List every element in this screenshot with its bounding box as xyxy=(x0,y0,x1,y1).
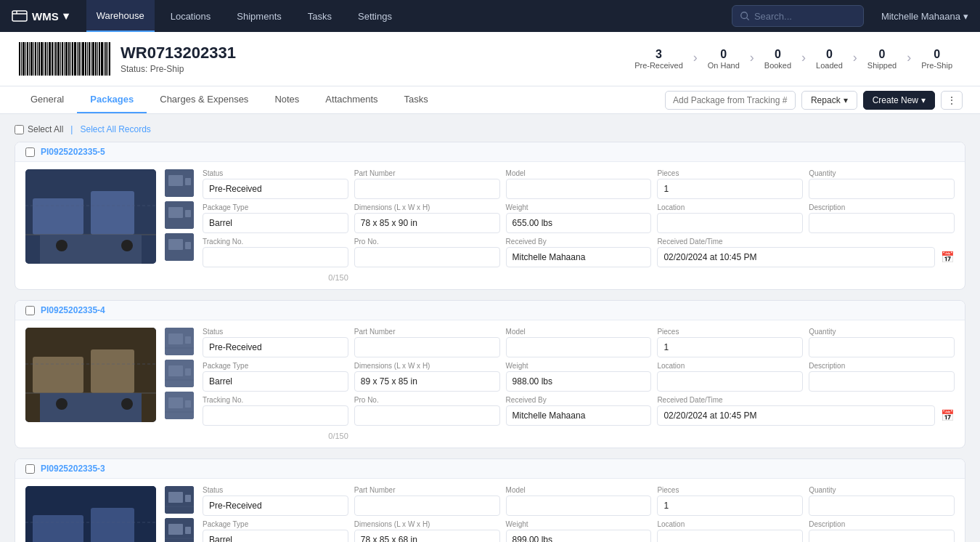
package-thumb-3[interactable] xyxy=(165,233,194,261)
create-new-button[interactable]: Create New ▾ xyxy=(863,91,935,110)
nav-link-warehouse[interactable]: Warehouse xyxy=(86,0,155,32)
svg-rect-33 xyxy=(81,42,81,76)
svg-rect-40 xyxy=(95,42,97,76)
field-part-number: Part Number xyxy=(354,486,500,516)
package-card: PI0925202335-5 xyxy=(15,142,965,290)
package-thumbnails xyxy=(165,328,194,419)
nav-link-shipments[interactable]: Shipments xyxy=(226,0,291,32)
field-package-type: Package Type Barrel xyxy=(203,362,348,392)
field-weight: Weight 899.00 lbs xyxy=(506,520,652,542)
svg-rect-27 xyxy=(68,42,70,76)
package-thumb-1[interactable] xyxy=(165,169,194,197)
svg-rect-13 xyxy=(38,42,40,76)
svg-rect-85 xyxy=(168,397,183,408)
field-description: Description xyxy=(809,203,955,233)
wr-info: WR0713202331 Status: Pre-Ship xyxy=(121,44,236,74)
svg-rect-81 xyxy=(168,365,183,376)
field-quantity: Quantity xyxy=(809,169,955,199)
package-thumb-1[interactable] xyxy=(165,328,194,355)
field-dimensions: Dimensions (L x W x H) 78 x 85 x 90 in xyxy=(354,203,500,233)
svg-rect-90 xyxy=(91,508,134,542)
pipeline-step-preship: 0 Pre-Ship xyxy=(911,48,963,70)
calendar-icon[interactable]: 📅 xyxy=(941,409,955,422)
svg-rect-11 xyxy=(35,42,36,76)
svg-rect-26 xyxy=(65,42,68,76)
pipeline-step-shipped: 0 Shipped xyxy=(857,48,907,70)
tab-tasks[interactable]: Tasks xyxy=(391,86,441,113)
svg-rect-36 xyxy=(87,42,88,76)
svg-rect-21 xyxy=(55,42,57,76)
wr-number: WR0713202331 xyxy=(121,44,236,62)
package-checkbox[interactable] xyxy=(25,147,35,157)
svg-rect-37 xyxy=(89,42,90,76)
package-fields: Status Pre-Received Part Number Model Pi… xyxy=(203,169,955,282)
tab-packages[interactable]: Packages xyxy=(77,86,147,113)
repack-caret-icon: ▾ xyxy=(844,95,848,105)
package-checkbox[interactable] xyxy=(25,464,35,474)
add-package-input[interactable] xyxy=(665,91,796,110)
repack-button[interactable]: Repack ▾ xyxy=(801,91,857,110)
svg-rect-86 xyxy=(185,400,191,408)
tab-notes[interactable]: Notes xyxy=(261,86,312,113)
field-pieces: Pieces 1 xyxy=(657,328,803,357)
nav-link-settings[interactable]: Settings xyxy=(348,0,402,32)
package-thumb-2[interactable] xyxy=(165,201,194,229)
package-card: PI0925202335-4 xyxy=(15,300,965,448)
package-checkbox[interactable] xyxy=(25,306,35,315)
field-status: Status Pre-Received xyxy=(203,328,348,357)
package-fields: Status Pre-Received Part Number Model Pi… xyxy=(203,328,955,440)
page-header: WR0713202331 Status: Pre-Ship 3 Pre-Rece… xyxy=(0,32,980,86)
field-status: Status Pre-Received xyxy=(203,169,348,199)
tab-attachments[interactable]: Attachments xyxy=(312,86,391,113)
field-description: Description xyxy=(809,362,955,392)
preship-label: Pre-Ship xyxy=(921,61,952,70)
package-id: PI0925202335-3 xyxy=(41,464,105,474)
package-thumb-2[interactable] xyxy=(165,360,194,387)
svg-rect-35 xyxy=(85,42,86,76)
pipeline-step-booked: 0 Booked xyxy=(754,48,801,70)
status-pipeline: 3 Pre-Received › 0 On Hand › 0 Booked › … xyxy=(624,48,963,70)
svg-rect-38 xyxy=(91,42,91,76)
booked-label: Booked xyxy=(764,61,791,70)
svg-rect-34 xyxy=(82,42,84,76)
tab-charges[interactable]: Charges & Expenses xyxy=(147,86,261,113)
more-options-button[interactable]: ⋮ xyxy=(941,91,963,110)
char-count: 0/150 xyxy=(203,272,348,282)
select-all-records-link[interactable]: Select All Records xyxy=(80,124,150,134)
svg-rect-19 xyxy=(52,42,53,76)
package-id: PI0925202335-4 xyxy=(41,305,105,315)
tab-general[interactable]: General xyxy=(17,86,77,113)
calendar-icon[interactable]: 📅 xyxy=(941,251,955,264)
select-bar: Select All | Select All Records xyxy=(15,124,965,134)
nav-link-locations[interactable]: Locations xyxy=(160,0,221,32)
select-all-checkbox-label[interactable]: Select All xyxy=(15,124,63,134)
barcode-area: WR0713202331 Status: Pre-Ship xyxy=(17,41,236,77)
pipeline-step-prereceived: 3 Pre-Received xyxy=(624,48,693,70)
package-card-body: Status Pre-Received Part Number Model Pi… xyxy=(15,162,965,289)
svg-rect-32 xyxy=(78,42,80,76)
nav-search[interactable] xyxy=(732,5,864,27)
svg-rect-4 xyxy=(21,42,22,76)
search-input[interactable] xyxy=(754,11,856,22)
svg-rect-18 xyxy=(49,42,51,76)
package-thumb-2[interactable] xyxy=(165,518,194,542)
nav-link-tasks[interactable]: Tasks xyxy=(298,0,342,32)
nav-logo[interactable]: WMS ▾ xyxy=(12,8,69,24)
package-card-body: Status Pre-Received Part Number Model Pi… xyxy=(15,320,965,448)
svg-rect-78 xyxy=(185,336,191,344)
nav-user[interactable]: Mitchelle Mahaana ▾ xyxy=(881,11,968,22)
tabs-bar: General Packages Charges & Expenses Note… xyxy=(0,86,980,114)
svg-rect-5 xyxy=(23,42,25,76)
package-card-header: PI0925202335-4 xyxy=(15,301,965,320)
field-weight: Weight 988.00 lbs xyxy=(506,362,652,392)
svg-rect-58 xyxy=(185,178,191,185)
select-all-checkbox[interactable] xyxy=(15,125,24,134)
package-thumb-3[interactable] xyxy=(165,392,194,419)
field-received-date: Received Date/Time 02/20/2024 at 10:45 P… xyxy=(657,396,955,426)
field-model: Model xyxy=(506,486,652,516)
package-thumb-1[interactable] xyxy=(165,486,194,514)
svg-rect-23 xyxy=(60,42,61,76)
svg-rect-30 xyxy=(74,42,76,76)
svg-rect-89 xyxy=(33,515,83,542)
field-quantity: Quantity xyxy=(809,328,955,357)
